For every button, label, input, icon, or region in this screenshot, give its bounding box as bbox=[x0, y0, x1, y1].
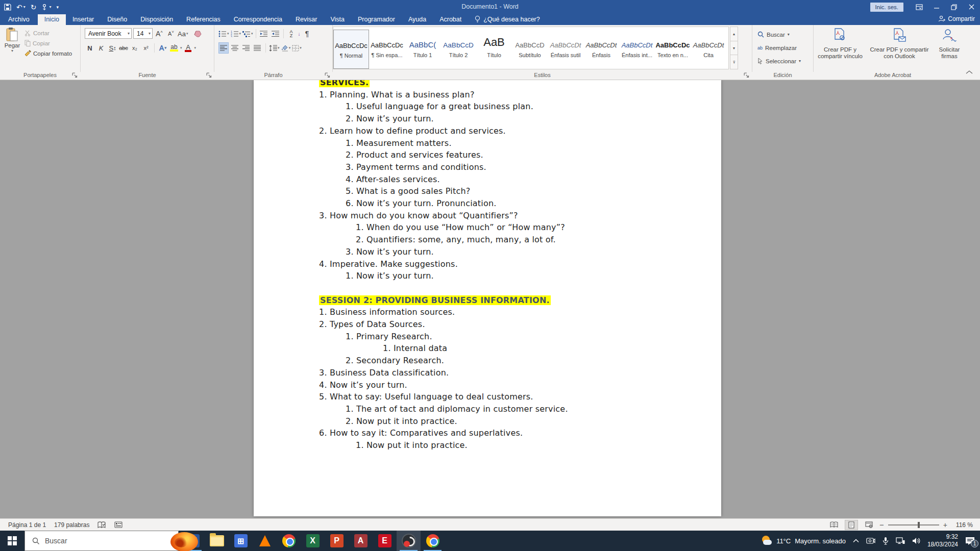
tray-chevron-icon[interactable] bbox=[853, 539, 859, 543]
style--nfasis-sutil[interactable]: AaBbCcDtÉnfasis sutil bbox=[548, 30, 583, 69]
select-button[interactable]: Seleccionar▾ bbox=[757, 56, 801, 66]
superscript-button[interactable]: x² bbox=[141, 42, 151, 54]
access-taskbar-icon[interactable]: A bbox=[349, 531, 373, 551]
grow-font-button[interactable]: A˄ bbox=[154, 28, 164, 39]
multilevel-list-button[interactable]: ▾ bbox=[242, 28, 253, 39]
ribbon-display-options-icon[interactable] bbox=[911, 0, 928, 14]
clear-formatting-button[interactable] bbox=[192, 28, 203, 39]
change-case-button[interactable]: Aa▾ bbox=[178, 28, 188, 39]
macro-icon[interactable] bbox=[114, 521, 122, 528]
format-painter-button[interactable]: Copiar formato bbox=[24, 48, 72, 58]
zoom-percentage[interactable]: 116 % bbox=[951, 521, 973, 529]
style--sin-espa-[interactable]: AaBbCcDc¶ Sin espa... bbox=[369, 30, 405, 69]
align-left-button[interactable] bbox=[218, 42, 229, 54]
increase-indent-button[interactable] bbox=[271, 28, 281, 39]
tab-insertar[interactable]: Insertar bbox=[66, 14, 101, 25]
clock[interactable]: 9:32 18/03/2024 bbox=[927, 533, 958, 548]
minimize-button[interactable] bbox=[928, 0, 945, 14]
tab-inicio[interactable]: Inicio bbox=[38, 14, 66, 25]
weather-widget[interactable]: 11°C Mayorm. soleado bbox=[761, 535, 846, 546]
document-page[interactable]: SERVICES.1. Planning. What is a business… bbox=[254, 80, 721, 516]
numbering-button[interactable]: 123▾ bbox=[231, 28, 241, 39]
styles-gallery-expand-icon[interactable]: ⊽ bbox=[730, 55, 738, 69]
tab-vista[interactable]: Vista bbox=[324, 14, 351, 25]
font-color-button[interactable]: A bbox=[183, 42, 193, 54]
replace-button[interactable]: ab Reemplazar bbox=[757, 42, 801, 53]
font-dialog-launcher[interactable] bbox=[206, 72, 213, 79]
style-t-tulo-1[interactable]: AaBbC(Título 1 bbox=[405, 30, 440, 69]
calculator-taskbar-icon[interactable]: ⊞ bbox=[229, 531, 253, 551]
strikethrough-button[interactable]: abc bbox=[118, 42, 129, 54]
word-count[interactable]: 179 palabras bbox=[54, 521, 89, 529]
tab-revisar[interactable]: Revisar bbox=[289, 14, 324, 25]
sort-button[interactable]: AZ bbox=[286, 28, 297, 39]
page-indicator[interactable]: Página 1 de 1 bbox=[8, 521, 46, 529]
align-center-button[interactable] bbox=[230, 42, 240, 54]
paragraph-dialog-launcher[interactable] bbox=[325, 72, 331, 79]
style-cita[interactable]: AaBbCcDtCita bbox=[691, 30, 726, 69]
borders-button[interactable]: ▾ bbox=[292, 42, 302, 54]
tab-archivo[interactable]: Archivo bbox=[0, 14, 38, 25]
tab-ayuda[interactable]: Ayuda bbox=[402, 14, 433, 25]
vlc-taskbar-icon[interactable] bbox=[253, 531, 277, 551]
styles-scroll-down-icon[interactable]: ▼ bbox=[730, 41, 738, 56]
tab-referencias[interactable]: Referencias bbox=[180, 14, 227, 25]
style--nfasis[interactable]: AaBbCcDtÉnfasis bbox=[583, 30, 619, 69]
shading-button[interactable]: ▾ bbox=[281, 42, 291, 54]
taskbar-search-box[interactable]: Buscar bbox=[24, 531, 179, 551]
read-mode-icon[interactable] bbox=[827, 520, 841, 530]
text-effects-button[interactable]: A▾ bbox=[158, 42, 168, 54]
line-spacing-button[interactable]: ▾ bbox=[269, 42, 280, 54]
collapse-ribbon-icon[interactable] bbox=[966, 70, 973, 74]
font-size-combo[interactable]: 14▾ bbox=[133, 28, 153, 39]
styles-dialog-launcher[interactable] bbox=[744, 72, 750, 79]
align-right-button[interactable] bbox=[241, 42, 251, 54]
find-button[interactable]: Buscar▾ bbox=[757, 29, 801, 40]
red-e-app-taskbar-icon[interactable]: E bbox=[373, 531, 397, 551]
firefox-icon[interactable] bbox=[170, 532, 198, 551]
style-t-tulo-2[interactable]: AaBbCcDTítulo 2 bbox=[440, 30, 476, 69]
print-layout-icon[interactable] bbox=[845, 520, 858, 530]
restore-button[interactable] bbox=[945, 0, 963, 14]
zoom-in-button[interactable]: + bbox=[943, 521, 947, 529]
document-area[interactable]: SERVICES.1. Planning. What is a business… bbox=[0, 80, 980, 518]
sign-in-button[interactable]: Inic. ses. bbox=[870, 3, 903, 12]
subscript-button[interactable]: x₂ bbox=[130, 42, 140, 54]
chrome-taskbar-icon[interactable] bbox=[277, 531, 301, 551]
italic-button[interactable]: K bbox=[96, 42, 106, 54]
close-button[interactable] bbox=[963, 0, 980, 14]
justify-button[interactable] bbox=[252, 42, 262, 54]
underline-button[interactable]: S▾ bbox=[107, 42, 117, 54]
zoom-out-button[interactable]: − bbox=[879, 520, 884, 529]
decrease-indent-button[interactable] bbox=[259, 28, 269, 39]
text-highlight-button[interactable]: ab bbox=[169, 42, 179, 54]
style-subt-tulo[interactable]: AaBbCcDSubtítulo bbox=[512, 30, 548, 69]
spellcheck-icon[interactable] bbox=[97, 521, 106, 529]
paste-button[interactable]: Pegar ▾ bbox=[3, 27, 21, 70]
font-family-combo[interactable]: Avenir Book▾ bbox=[85, 28, 132, 39]
web-layout-icon[interactable] bbox=[862, 520, 875, 530]
excel-taskbar-icon[interactable]: X bbox=[301, 531, 325, 551]
camera-icon[interactable] bbox=[866, 537, 875, 544]
show-marks-button[interactable]: ¶ bbox=[302, 28, 312, 39]
style-t-tulo[interactable]: AaBTítulo bbox=[476, 30, 512, 69]
notifications-icon[interactable]: 1 bbox=[965, 537, 975, 545]
zoom-slider[interactable] bbox=[888, 524, 939, 525]
tab-acrobat[interactable]: Acrobat bbox=[433, 14, 468, 25]
microphone-icon[interactable] bbox=[883, 537, 889, 545]
create-pdf-share-link-button[interactable]: 人 Crear PDF y compartir vínculo bbox=[815, 26, 866, 60]
zoom-slider-thumb[interactable] bbox=[918, 522, 920, 528]
file-explorer-taskbar-icon[interactable] bbox=[205, 531, 229, 551]
cut-button[interactable]: Cortar bbox=[24, 28, 72, 38]
copy-button[interactable]: Copiar bbox=[24, 38, 72, 48]
style--normal[interactable]: AaBbCcDc¶ Normal bbox=[333, 30, 369, 69]
tab-correspondencia[interactable]: Correspondencia bbox=[227, 14, 289, 25]
clipboard-dialog-launcher[interactable] bbox=[72, 72, 79, 79]
start-button[interactable] bbox=[0, 531, 24, 551]
shrink-font-button[interactable]: A˅ bbox=[166, 28, 176, 39]
tab-programador[interactable]: Programador bbox=[351, 14, 402, 25]
tab-disposición[interactable]: Disposición bbox=[134, 14, 180, 25]
style-texto-en-n-[interactable]: AaBbCcDcTexto en n... bbox=[655, 30, 691, 69]
styles-scroll-up-icon[interactable]: ▲ bbox=[730, 27, 738, 41]
create-pdf-outlook-button[interactable]: 人 Crear PDF y compartir con Outlook bbox=[866, 26, 933, 60]
